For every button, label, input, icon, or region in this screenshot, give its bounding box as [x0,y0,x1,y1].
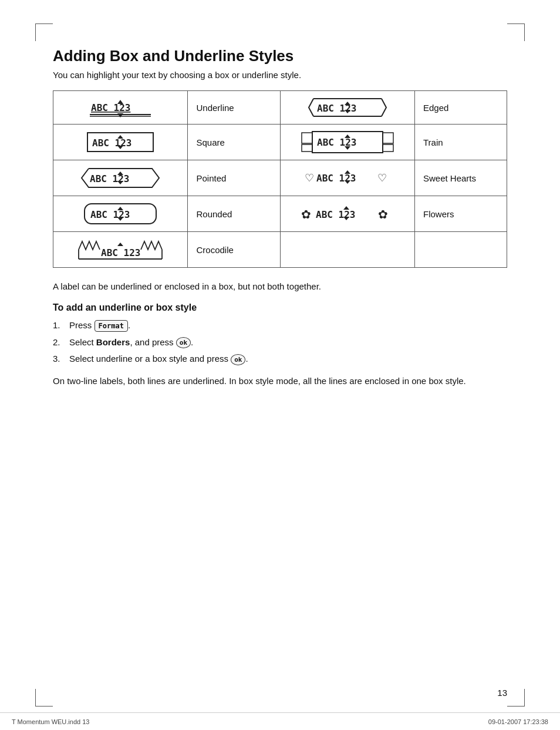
table-row: ABC 123 Crocodile [53,232,507,268]
corner-mark-tr-v [524,23,525,41]
style-image-empty [280,232,414,268]
corner-mark-bl-h [35,706,53,707]
label-crocodile: Crocodile [188,232,280,268]
label-rounded: Rounded [188,196,280,232]
svg-marker-37 [343,206,349,210]
svg-marker-28 [345,170,350,174]
step-1: 1. Press Format. [53,319,507,332]
label-underline: Underline [188,91,280,125]
svg-marker-32 [117,207,123,210]
svg-text:ABC 123: ABC 123 [101,247,140,258]
svg-marker-4 [117,113,123,117]
svg-text:ABC 123: ABC 123 [317,137,356,148]
svg-marker-43 [117,243,123,246]
label-empty [414,232,507,268]
style-image-square: ABC 123 [53,125,188,160]
step-3-num: 3. [53,352,66,366]
description-text: A label can be underlined or enclosed in… [53,280,507,293]
style-image-crocodile: ABC 123 [53,232,188,268]
svg-marker-20 [345,134,350,138]
page-title: Adding Box and Underline Styles [53,47,507,65]
svg-rect-14 [302,133,312,143]
steps-list: 1. Press Format. 2. Select Borders, and … [53,319,507,366]
svg-marker-12 [117,135,123,139]
step-2-num: 2. [53,336,66,349]
label-train: Train [414,125,507,160]
svg-text:♡: ♡ [377,172,387,184]
label-square: Square [188,125,280,160]
svg-text:ABC 123: ABC 123 [316,173,356,184]
how-to-heading: To add an underline or box style [53,302,507,313]
style-image-underline: ABC 123 [53,91,188,125]
corner-mark-tr-h [507,23,525,24]
svg-text:ABC 123: ABC 123 [91,102,130,113]
borders-bold: Borders [96,337,130,347]
table-row: ABC 123 Square ABC 123 [53,125,507,160]
svg-text:ABC 123: ABC 123 [90,173,129,184]
note-text: On two-line labels, both lines are under… [53,374,507,388]
step-1-num: 1. [53,319,66,332]
style-image-rounded: ABC 123 [53,196,188,232]
label-edged: Edged [414,91,507,125]
style-image-train: ABC 123 [280,125,414,160]
page-number: 13 [497,688,507,698]
table-row: ABC 123 Underline [53,91,507,125]
svg-rect-15 [302,144,312,152]
table-row: ABC 123 Rounded ✿ ✿ ABC 123 [53,196,507,232]
style-image-sweet-hearts: ♡ ♡ ABC 123 [280,160,414,196]
page-subtitle: You can highlight your text by choosing … [53,70,507,80]
label-pointed: Pointed [188,160,280,196]
svg-text:✿: ✿ [378,208,388,221]
styles-table: ABC 123 Underline [53,90,507,268]
footer-bar: T Momentum WEU.indd 13 09-01-2007 17:23:… [0,712,560,730]
corner-mark-tl-h [35,23,53,24]
svg-rect-17 [383,144,393,152]
label-sweet-hearts: Sweet Hearts [414,160,507,196]
style-image-pointed: ABC 123 [53,160,188,196]
svg-marker-21 [345,146,350,150]
corner-mark-br-v [524,689,525,707]
footer-right: 09-01-2007 17:23:38 [488,718,548,725]
step-1-content: Press Format. [69,319,130,332]
svg-text:ABC 123: ABC 123 [316,209,355,220]
step-3: 3. Select underline or a box style and p… [53,352,507,366]
footer-left: T Momentum WEU.indd 13 [12,718,89,725]
style-image-flowers: ✿ ✿ ABC 123 [280,196,414,232]
svg-text:ABC 123: ABC 123 [90,209,130,220]
corner-mark-tl-v [35,23,36,41]
svg-rect-16 [383,133,393,143]
table-row: ABC 123 Pointed ♡ ♡ ABC 123 [53,160,507,196]
step-3-content: Select underline or a box style and pres… [69,352,248,366]
format-button[interactable]: Format [95,320,128,332]
corner-mark-br-h [507,706,525,707]
ok-button-1[interactable]: ok [176,337,191,348]
svg-text:♡: ♡ [305,172,314,184]
step-2: 2. Select Borders, and press ok. [53,336,507,349]
svg-text:ABC 123: ABC 123 [92,137,131,149]
step-2-content: Select Borders, and press ok. [69,336,193,349]
style-image-edged: ABC 123 [280,91,414,125]
svg-text:✿: ✿ [301,208,311,221]
svg-text:ABC 123: ABC 123 [317,103,356,114]
label-flowers: Flowers [414,196,507,232]
ok-button-2[interactable]: ok [231,354,245,365]
corner-mark-bl-v [35,689,36,707]
page: Adding Box and Underline Styles You can … [0,0,560,730]
